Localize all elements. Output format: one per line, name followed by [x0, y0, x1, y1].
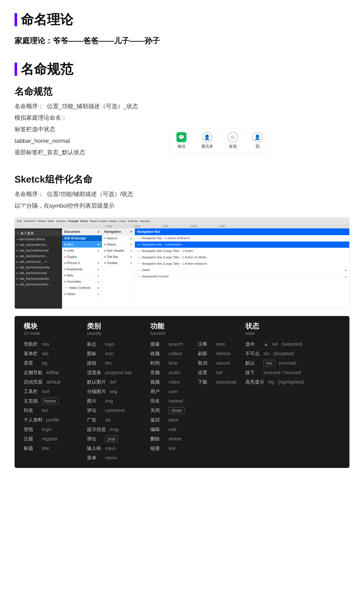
- layer-tab-mail-normal[interactable]: ▶ tab_bar/mail/normal: [15, 248, 62, 253]
- row-close: 关闭 close: [150, 406, 198, 415]
- naming-example-left: 标签栏选中状态 tabbar_home_normal 底部标签栏_首页_默认状态: [15, 125, 85, 159]
- family-sim-text: 模拟家庭理论命名：: [15, 113, 349, 122]
- sketch-panels: ▼ 🖥 7.复用 ● Bars/Status/Black ▶ tab_bar/p…: [15, 228, 349, 309]
- row-def: 默认图片def: [87, 377, 150, 387]
- wechat-tab-weixin: 💬 微信: [176, 132, 187, 149]
- toolbar-edit[interactable]: Edit: [17, 219, 22, 223]
- col-header-state: 状态 state: [245, 321, 340, 336]
- toolbar-rotate-copies[interactable]: Rotate Copies: [89, 219, 107, 223]
- nav-panel-header: Navigation ▶: [102, 228, 135, 235]
- sketch-navigation-panel: Navigation ▶ Search ▶ Status ▶ Sub Heade…: [102, 228, 135, 309]
- row-selected: 选中 ▲ sel (selected): [245, 340, 340, 349]
- table-col-classify: 标志logo 图标icon 按钮btn 进度条progress bar 默认图片…: [87, 340, 150, 462]
- wechat-tab-contacts: 👤 通讯录: [201, 132, 213, 149]
- tabbar-normal-text: tabbar_home_normal: [15, 136, 85, 146]
- layer-tab-photo[interactable]: ▶ tab_bar/photo/nor...: [15, 253, 62, 259]
- doc-glyphs[interactable]: Glyphs: [62, 254, 102, 260]
- row-register: 注册register: [24, 434, 87, 444]
- row-seg: 分隔图片seg: [87, 387, 150, 396]
- row-cancel: 取消cancel: [198, 358, 245, 368]
- navb-large-title-search[interactable]: Navigation Bar (Large Title) - 1 Action …: [135, 261, 349, 267]
- doc-cells[interactable]: Cells ▶: [62, 248, 102, 254]
- toolbar-subtract[interactable]: Subtract: [128, 219, 138, 223]
- doc-ios-ui[interactable]: iOS UI Design: [62, 235, 102, 242]
- sketck-order-text: 名命顺序： 位置/功能/辅助描述（可选）/状态: [15, 189, 349, 199]
- row-refresh: 刷新refresh: [198, 349, 245, 358]
- nav-status[interactable]: Status ▶: [102, 242, 135, 248]
- toolbar-flatten[interactable]: Flatten: [109, 219, 117, 223]
- layer-bars-status[interactable]: ● Bars/Status/Black: [15, 236, 62, 242]
- accent-bar-2: [15, 63, 17, 76]
- naming-table: 模块 UI mode 类别 classify 功能 function 状态 st…: [15, 316, 349, 468]
- accent-bar-1: [15, 13, 17, 26]
- toolbar-transform[interactable]: Transform: [23, 219, 36, 223]
- col-header-classify: 类别 classify: [87, 321, 150, 336]
- sketch-mockup: Edit Transform Rotate Mask Scissors Tria…: [15, 218, 349, 309]
- row-set: 设置set: [198, 368, 245, 377]
- navb-safari[interactable]: Safari ▶: [135, 267, 349, 273]
- row-msg: 提示信息msg: [87, 425, 150, 434]
- doc-keyboards[interactable]: Keyboards ▶: [62, 266, 102, 273]
- doc-views[interactable]: Views ▶: [62, 291, 102, 297]
- nav-tab-bar[interactable]: Tab Bar ▶: [102, 254, 135, 260]
- col-header-module: 模块 UI mode: [24, 321, 87, 336]
- table-col-function: 搜索search 收藏collect 时间time 音频audio 视频vide…: [150, 340, 245, 462]
- layer-tab-home-mail[interactable]: ▶ tab_bar/home/mail: [15, 270, 62, 276]
- doc-overrides[interactable]: Overrides ▶: [62, 279, 102, 285]
- nav-search[interactable]: Search ▶: [102, 235, 135, 242]
- toolbar-union[interactable]: Union: [119, 219, 126, 223]
- navb-large-title-white[interactable]: Navigation Bar (Large Title) - 1 Action …: [135, 254, 349, 261]
- row-normal: 默认 nor (normal): [245, 358, 340, 368]
- row-edit: 编辑edit: [150, 425, 198, 434]
- row-tool: 工具栏tool: [24, 387, 87, 396]
- layer-tab-home-profile[interactable]: ▶ tab_bar/home/profile: [15, 265, 62, 270]
- layer-tab-home-select[interactable]: ▶ tab_bar/home/selec...: [15, 282, 62, 287]
- naming-order-text: 名命顺序： 位置_功能_辅助描述（可选）_状态: [15, 102, 349, 111]
- sketch-top-toolbar: Edit Transform Rotate Mask Scissors Tria…: [15, 218, 349, 224]
- row-icon: 图标icon: [87, 349, 150, 358]
- wechat-mockup: 💬 微信 👤 通讯录 ⊘ 发现 👤 我: [169, 128, 270, 153]
- toolbar-intersect[interactable]: Intersect: [140, 219, 150, 223]
- doc-header: Document ▶: [62, 228, 102, 235]
- discover-icon: ⊘: [228, 132, 238, 142]
- toolbar-mask[interactable]: Mask: [48, 219, 54, 223]
- row-disabled: 不可点 dis (disabled): [245, 349, 340, 358]
- navb-combination[interactable]: Navigation Bar - Combination: [135, 242, 349, 248]
- row-list: 列表list: [24, 406, 87, 415]
- layer-tab-home[interactable]: ▶ tab_bar/home/... 👁: [15, 259, 62, 265]
- doc-video-controls[interactable]: Video Controls ▶: [62, 285, 102, 291]
- sketck-title: Sketck组件化名命: [15, 173, 349, 186]
- row-bg: 背景bg: [24, 358, 87, 368]
- doc-iphone-x[interactable]: iPhone X ▶: [62, 260, 102, 266]
- navb-large-title-1action[interactable]: Navigation Bar (Large Title) - 1 Action: [135, 248, 349, 254]
- row-input: 输入框input: [87, 444, 150, 453]
- subsection1-title: 名命规范: [15, 85, 349, 98]
- me-icon: 👤: [252, 132, 263, 142]
- navb-segmented-control[interactable]: Segmented Control ▶: [135, 273, 349, 280]
- row-title: 标题title: [24, 444, 87, 453]
- row-default: 启动页面default: [24, 377, 87, 387]
- row-highlighted: 高亮显示 hig (highlighted): [245, 377, 340, 387]
- contacts-icon: 👤: [202, 132, 212, 142]
- doc-bars[interactable]: Bars ▶: [62, 242, 102, 248]
- section-naming-theory: 命名理论 家庭理论：爷爷——爸爸——儿子——孙子: [15, 11, 349, 46]
- toolbar-fonts[interactable]: Fonts: [80, 219, 88, 223]
- doc-misc[interactable]: Misc ▶: [62, 273, 102, 279]
- nav-toolbar[interactable]: Toolbar ▶: [102, 260, 135, 266]
- section-naming-rules: 名命规范 名命规范 名命顺序： 位置_功能_辅助描述（可选）_状态 模拟家庭理论…: [15, 60, 349, 468]
- row-ad: 广告ad: [87, 415, 150, 425]
- row-leftbar: 左侧导航leftbar: [24, 368, 87, 377]
- navb-1action-search[interactable]: Navigation Bar - 1 Action w/Search: [135, 235, 349, 242]
- row-note: 注释note: [198, 340, 245, 349]
- toolbar-triangle[interactable]: Triangle: [68, 219, 79, 223]
- section2-title-row: 名命规范: [15, 60, 349, 78]
- sketch-layers-panel: ▼ 🖥 7.复用 ● Bars/Status/Black ▶ tab_bar/p…: [15, 228, 62, 309]
- layer-tab-profile[interactable]: ▶ tab_bar/profile/nor...: [15, 242, 62, 248]
- row-nav: 导航栏nav: [24, 340, 87, 349]
- toolbar-scissors[interactable]: Scissors: [56, 219, 66, 223]
- toolbar-rotate[interactable]: Rotate: [38, 219, 46, 223]
- nav-sub-header[interactable]: Sub Header ▶: [102, 248, 135, 254]
- layer-tab-home-photo[interactable]: ▶ tab_bar/home/photo: [15, 276, 62, 282]
- row-pressed: 按下 pressed / focused: [245, 368, 340, 377]
- sketch-ruler: 3,4003,6003,8004,0004,200: [15, 224, 349, 228]
